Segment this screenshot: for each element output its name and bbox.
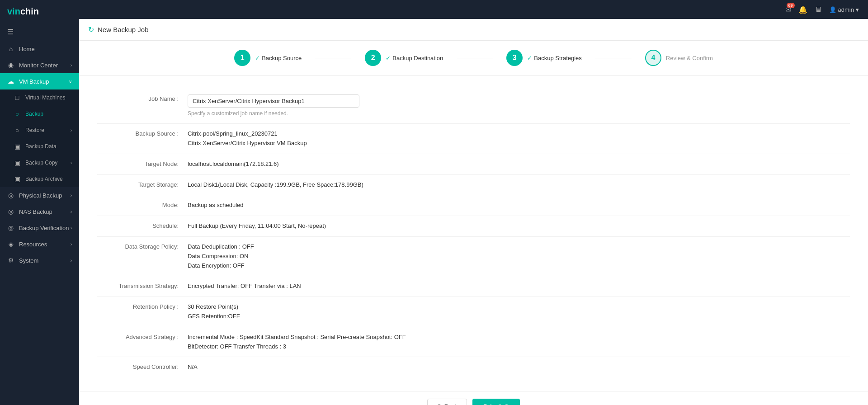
backup-source-line2: Citrix XenServer/Citrix Hypervisor VM Ba… bbox=[188, 139, 850, 148]
sidebar-item-physical-backup[interactable]: ◎ Physical Backup › bbox=[0, 187, 79, 203]
logo-second: chin bbox=[20, 6, 39, 16]
submit-label: Submit bbox=[483, 403, 501, 405]
job-name-input[interactable] bbox=[188, 94, 359, 108]
back-button[interactable]: ⊕ Back bbox=[427, 399, 467, 405]
review-form: Job Name : Specify a customized job name… bbox=[79, 75, 868, 391]
sidebar-label-home: Home bbox=[19, 46, 35, 52]
target-node-value: localhost.localdomain(172.18.21.6) bbox=[188, 160, 850, 169]
user-dropdown-icon: ▾ bbox=[856, 6, 859, 13]
sidebar-item-home[interactable]: ⌂ Home bbox=[0, 41, 79, 57]
schedule-row: Schedule: Full Backup (Every Friday, 11:… bbox=[97, 216, 850, 237]
sidebar-item-system[interactable]: ⚙ System › bbox=[0, 252, 79, 268]
sidebar-item-backup[interactable]: ○ Backup bbox=[0, 106, 79, 122]
steps-wizard: 1 ✓ Backup Source 2 ✓ Backup Destination… bbox=[79, 41, 868, 75]
retention-row: Retention Policy : 30 Restore Point(s) G… bbox=[97, 297, 850, 327]
sidebar-item-backup-verification[interactable]: ◎ Backup Verification › bbox=[0, 220, 79, 236]
main-content: ✉69 🔔 🖥 👤 admin ▾ ↻ New Backup Job 1 ✓ B… bbox=[79, 0, 868, 405]
step-2-text: Backup Destination bbox=[392, 55, 443, 61]
retention-line2: GFS Retention:OFF bbox=[188, 312, 850, 321]
advanced-value: Incremental Mode : SpeedKit Standard Sna… bbox=[188, 333, 850, 352]
vm-backup-submenu: □ Virtual Machines ○ Backup ○ Restore › … bbox=[0, 89, 79, 187]
backup-source-value: Citrix-pool/Spring_linux_20230721 Citrix… bbox=[188, 129, 850, 148]
job-name-label: Job Name : bbox=[97, 94, 188, 102]
sidebar-item-monitor-center[interactable]: ◉ Monitor Center › bbox=[0, 57, 79, 73]
step-2-label: ✓ Backup Destination bbox=[386, 55, 443, 61]
speed-controller-label: Speed Controller: bbox=[97, 363, 188, 370]
retention-line1: 30 Restore Point(s) bbox=[188, 302, 850, 312]
sidebar-label-backuparchive: Backup Archive bbox=[25, 176, 63, 182]
system-arrow-icon: › bbox=[71, 258, 72, 263]
refresh-icon: ↻ bbox=[88, 25, 94, 34]
sidebar-label-resources: Resources bbox=[19, 241, 47, 248]
data-storage-line3: Data Encryption: OFF bbox=[188, 261, 850, 271]
bell-icon[interactable]: 🔔 bbox=[798, 5, 807, 14]
data-storage-value: Data Deduplication : OFF Data Compressio… bbox=[188, 242, 850, 270]
desktop-icon[interactable]: 🖥 bbox=[815, 5, 822, 14]
mode-row: Mode: Backup as scheduled bbox=[97, 195, 850, 216]
sidebar-label-verification: Backup Verification bbox=[19, 225, 69, 231]
target-storage-label: Target Storage: bbox=[97, 180, 188, 188]
system-icon: ⚙ bbox=[7, 257, 14, 264]
schedule-label: Schedule: bbox=[97, 221, 188, 229]
backupdata-icon: ▣ bbox=[14, 143, 21, 150]
sidebar-item-backup-copy[interactable]: ▣ Backup Copy › bbox=[0, 155, 79, 171]
step-1-check: ✓ bbox=[255, 55, 260, 61]
sidebar-item-resources[interactable]: ◈ Resources › bbox=[0, 236, 79, 252]
backupcopy-icon: ▣ bbox=[14, 159, 21, 166]
sidebar-item-nas-backup[interactable]: ◎ NAS Backup › bbox=[0, 203, 79, 220]
step-1-label: ✓ Backup Source bbox=[255, 55, 302, 61]
home-icon: ⌂ bbox=[7, 45, 14, 52]
sidebar-item-backup-archive[interactable]: ▣ Backup Archive bbox=[0, 171, 79, 187]
sidebar-label-restore: Restore bbox=[25, 127, 44, 133]
sidebar-item-restore[interactable]: ○ Restore › bbox=[0, 122, 79, 138]
backup-source-line1: Citrix-pool/Spring_linux_20230721 bbox=[188, 129, 850, 139]
step-3-text: Backup Strategies bbox=[534, 55, 582, 61]
step-2-circle: 2 bbox=[365, 50, 381, 66]
user-label: admin bbox=[838, 6, 854, 13]
target-storage-row: Target Storage: Local Disk1(Local Disk, … bbox=[97, 175, 850, 196]
nasbackup-icon: ◎ bbox=[7, 208, 14, 215]
sidebar-item-vm-backup[interactable]: ☁ VM Backup ∨ bbox=[0, 73, 79, 89]
physicalbackup-arrow-icon: › bbox=[71, 193, 72, 198]
hamburger-button[interactable]: ☰ bbox=[0, 23, 79, 41]
submit-button[interactable]: Submit ⊕ bbox=[472, 399, 520, 405]
step-4-text: Review & Confirm bbox=[666, 55, 713, 61]
nasbackup-arrow-icon: › bbox=[71, 209, 72, 214]
sidebar-label-vmbackup: VM Backup bbox=[19, 78, 49, 85]
step-1: 1 ✓ Backup Source bbox=[221, 50, 315, 66]
step-4: 4 Review & Confirm bbox=[632, 50, 726, 66]
target-node-row: Target Node: localhost.localdomain(172.1… bbox=[97, 154, 850, 175]
advanced-line1: Incremental Mode : SpeedKit Standard Sna… bbox=[188, 333, 850, 342]
form-footer: ⊕ Back Submit ⊕ bbox=[79, 391, 868, 405]
step-1-text: Backup Source bbox=[262, 55, 302, 61]
restore-arrow-icon: › bbox=[71, 128, 72, 133]
job-name-row: Job Name : Specify a customized job name… bbox=[97, 89, 850, 124]
sidebar-item-backup-data[interactable]: ▣ Backup Data bbox=[0, 138, 79, 155]
transmission-label: Transmission Strategy: bbox=[97, 282, 188, 289]
sidebar-label-monitor: Monitor Center bbox=[19, 62, 58, 69]
retention-label: Retention Policy : bbox=[97, 302, 188, 310]
data-storage-label: Data Storage Policy: bbox=[97, 242, 188, 250]
sidebar-item-virtual-machines[interactable]: □ Virtual Machines bbox=[0, 89, 79, 106]
mode-label: Mode: bbox=[97, 201, 188, 208]
chevron-right-icon: › bbox=[71, 63, 72, 68]
logo-first: vin bbox=[7, 6, 20, 16]
data-storage-line1: Data Deduplication : OFF bbox=[188, 242, 850, 252]
backup-source-row: Backup Source : Citrix-pool/Spring_linux… bbox=[97, 124, 850, 154]
sidebar-label-backup: Backup bbox=[25, 111, 43, 117]
sidebar: vinchin ☰ ⌂ Home ◉ Monitor Center › ☁ VM… bbox=[0, 0, 79, 405]
vmbackup-icon: ☁ bbox=[7, 78, 14, 85]
speed-controller-value: N/A bbox=[188, 363, 850, 372]
user-menu[interactable]: 👤 admin ▾ bbox=[829, 6, 859, 13]
step-4-label: Review & Confirm bbox=[666, 55, 713, 61]
transmission-value: Encrypted Transfer: OFF Transfer via : L… bbox=[188, 282, 850, 291]
step-2-check: ✓ bbox=[386, 55, 391, 61]
page-title: New Backup Job bbox=[98, 26, 149, 33]
message-icon[interactable]: ✉69 bbox=[785, 5, 791, 14]
sidebar-label-backupdata: Backup Data bbox=[25, 143, 57, 150]
notification-badge: 69 bbox=[787, 3, 795, 8]
topbar: ✉69 🔔 🖥 👤 admin ▾ bbox=[79, 0, 868, 19]
target-storage-value: Local Disk1(Local Disk, Capacity :199.9G… bbox=[188, 180, 850, 190]
vm-icon: □ bbox=[14, 94, 21, 101]
target-node-label: Target Node: bbox=[97, 160, 188, 167]
